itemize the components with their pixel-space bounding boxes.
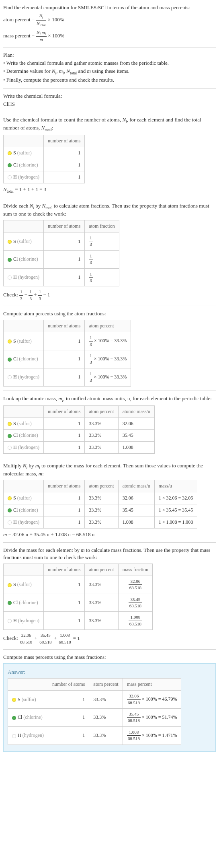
hydrogen-dot-icon [8, 276, 12, 280]
answer-section: Compute mass percents using the mass fra… [3, 654, 216, 752]
table-row: S (sulfur)133.3%32.0668.518 [4, 576, 153, 594]
intro-section: Find the elemental composition for SMILE… [3, 4, 216, 43]
divider [3, 47, 216, 47]
plan-item: • Determine values for Ni, mi, Ntotal an… [3, 68, 216, 76]
answer-label: Answer: [8, 668, 211, 676]
table-row: H (hydrogen)133.3%1.008 [4, 442, 155, 454]
table-header-row: number of atomsatom percentatomic mass/u [4, 405, 155, 418]
chemical-formula: ClHS [3, 101, 216, 108]
mass-section: Look up the atomic mass, mi, in unified … [3, 395, 216, 454]
table-row: H (hydrogen)113 × 100% = 33.3% [4, 368, 131, 386]
molmass-table: number of atomsatom percentatomic mass/u… [3, 480, 197, 528]
answer-box: Answer: number of atomsatom percentmass … [3, 663, 216, 751]
table-header-row: number of atoms [4, 135, 85, 147]
chlorine-dot-icon [12, 716, 16, 720]
mass-text: Look up the atomic mass, mi, in unified … [3, 395, 216, 403]
answer-text: Compute mass percents using the mass fra… [3, 654, 216, 661]
sulfur-dot-icon [8, 496, 12, 500]
divider [3, 112, 216, 112]
hydrogen-dot-icon [8, 520, 12, 525]
sulfur-dot-icon [8, 583, 12, 587]
table-row: S (sulfur)133.3%32.0668.518 × 100% = 46.… [8, 691, 181, 709]
table-row: H (hydrogen)133.3%1.0081 × 1.008 = 1.008 [4, 516, 197, 528]
atompct-section: Compute atom percents using the atom fra… [3, 310, 216, 386]
table-row: S (sulfur)133.3%32.061 × 32.06 = 32.06 [4, 492, 197, 504]
divider [3, 649, 216, 650]
chlorine-dot-icon [8, 508, 12, 512]
mass-table: number of atomsatom percentatomic mass/u… [3, 405, 155, 454]
plan-item: • Finally, compute the percents and chec… [3, 76, 216, 84]
atom-percent-formula: atom percent = NiNtotal × 100% [3, 13, 216, 27]
table-row: Cl (chlorine)133.3%35.4568.518 [4, 594, 153, 612]
atompct-table: number of atomsatom percent S (sulfur)11… [3, 320, 131, 386]
col-atoms: number of atoms [44, 135, 85, 147]
molmass-section: Multiply Ni by mi to compute the mass fo… [3, 462, 216, 538]
hydrogen-dot-icon [12, 734, 16, 738]
chlorine-dot-icon [8, 163, 12, 167]
chlorine-dot-icon [8, 358, 12, 362]
atompct-text: Compute atom percents using the atom fra… [3, 310, 216, 317]
massfrac-text: Divide the mass for each element by m to… [3, 547, 216, 561]
table-row: S (sulfur)133.3%32.06 [4, 418, 155, 430]
chlorine-dot-icon [8, 601, 12, 605]
divider [3, 198, 216, 198]
table-row: H (hydrogen)133.3%1.00868.518 [4, 612, 153, 630]
plan-section: Plan: • Write the chemical formula and g… [3, 51, 216, 84]
answer-table: number of atomsatom percentmass percent … [8, 678, 181, 745]
chlorine-dot-icon [8, 258, 12, 262]
molmass-text: Multiply Ni by mi to compute the mass fo… [3, 462, 216, 477]
plan-heading: Plan: [3, 51, 216, 59]
sulfur-dot-icon [12, 698, 16, 702]
count-text: Use the chemical formula to count the nu… [3, 116, 216, 132]
mass-percent-formula: mass percent = Ni mim × 100% [3, 29, 216, 43]
table-header-row: number of atomsatom percentmass fraction [4, 564, 153, 576]
massfrac-table: number of atomsatom percentmass fraction… [3, 564, 153, 630]
hydrogen-dot-icon [8, 619, 12, 623]
atomfrac-text: Divide each Ni by Ntotal to calculate at… [3, 202, 216, 218]
intro-text: Find the elemental composition for SMILE… [3, 4, 216, 11]
sulfur-dot-icon [8, 422, 12, 426]
check-equation: Check: 13 + 13 + 13 = 1 [3, 289, 216, 302]
check-equation: Check: 32.0668.518 + 35.4568.518 + 1.008… [3, 632, 216, 645]
table-row: Cl (chlorine)133.3%35.45 [4, 430, 155, 442]
table-row: Cl (chlorine)113 [4, 250, 119, 268]
formula-heading: Write the chemical formula: [3, 93, 216, 100]
divider [3, 88, 216, 88]
sulfur-dot-icon [8, 151, 12, 155]
table-row: Cl (chlorine)133.3%35.451 × 35.45 = 35.4… [4, 504, 197, 516]
hydrogen-dot-icon [8, 375, 12, 379]
plan-item: • Write the chemical formula and gather … [3, 60, 216, 67]
table-row: Cl (chlorine)133.3%35.4568.518 × 100% = … [8, 708, 181, 726]
table-header-row: number of atomsatom percent [4, 320, 131, 332]
hydrogen-dot-icon [8, 175, 12, 179]
frac: Ni mim [36, 29, 47, 43]
atomfrac-table: number of atomsatom fraction S (sulfur)1… [3, 220, 119, 286]
m-equation: m = 32.06 u + 35.45 u + 1.008 u = 68.518… [3, 531, 216, 538]
chlorine-dot-icon [8, 434, 12, 438]
table-row: H (hydrogen)133.3%1.00868.518 × 100% = 1… [8, 726, 181, 745]
table-row: S (sulfur)1 [4, 147, 85, 159]
formula-section: Write the chemical formula: ClHS [3, 93, 216, 108]
table-row: H (hydrogen)113 [4, 268, 119, 286]
table-header-row: number of atomsatom percentmass percent [8, 679, 181, 691]
table-row: H (hydrogen)1 [4, 171, 85, 183]
table-row: Cl (chlorine)1 [4, 159, 85, 171]
divider [3, 306, 216, 306]
frac: NiNtotal [36, 13, 46, 27]
table-header-row: number of atomsatom fraction [4, 220, 119, 232]
table-row: Cl (chlorine)113 × 100% = 33.3% [4, 350, 131, 368]
count-section: Use the chemical formula to count the nu… [3, 116, 216, 194]
table-row: S (sulfur)113 × 100% = 33.3% [4, 332, 131, 350]
massfrac-section: Divide the mass for each element by m to… [3, 547, 216, 645]
table-header-row: number of atomsatom percentatomic mass/u… [4, 480, 197, 492]
sulfur-dot-icon [8, 240, 12, 244]
sulfur-dot-icon [8, 339, 12, 343]
atomfrac-section: Divide each Ni by Ntotal to calculate at… [3, 202, 216, 302]
divider [3, 391, 216, 391]
ntotal-equation: Ntotal = 1 + 1 + 1 = 3 [3, 186, 216, 194]
divider [3, 542, 216, 543]
count-table: number of atoms S (sulfur)1 Cl (chlorine… [3, 135, 85, 183]
table-row: S (sulfur)113 [4, 232, 119, 251]
hydrogen-dot-icon [8, 446, 12, 450]
divider [3, 458, 216, 458]
